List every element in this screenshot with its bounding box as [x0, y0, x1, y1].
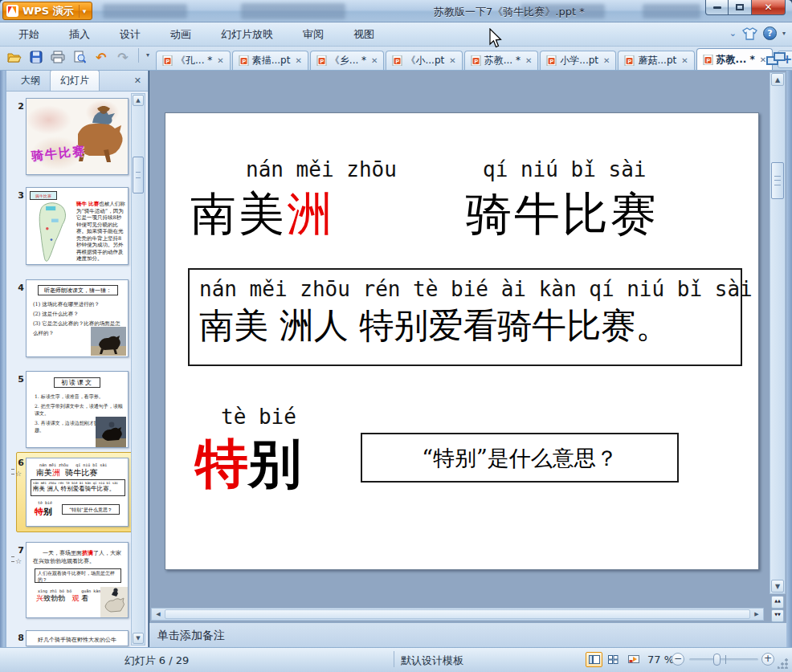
save-button[interactable] [28, 49, 44, 65]
slide-thumbnail-4[interactable]: 听老师朗读课文，猜一猜： (1) 这场比赛在哪里进行的？ (2) 这是什么比赛？… [26, 279, 129, 357]
redo-button[interactable]: ↷ [115, 49, 131, 65]
file-tab[interactable]: P 《孔... * ✕ [156, 51, 231, 70]
ppt-file-icon: P [624, 55, 635, 66]
sentence-pinyin: nán měi zhōu rén tè bié ài kàn qí niú bǐ… [199, 277, 731, 301]
design-template-name[interactable]: 默认设计模板 [401, 654, 463, 668]
tab-slides[interactable]: 幻灯片 [50, 70, 100, 91]
slide5-l2: 2. 把生字带到课文中去，读通句子，读顺课文。 [35, 402, 125, 417]
menu-view[interactable]: 视图 [342, 23, 386, 46]
print-preview-button[interactable] [71, 49, 88, 65]
next-slide-button[interactable]: ▼▼ [771, 609, 784, 622]
svg-text:P: P [320, 59, 324, 64]
toolbar-divider [138, 48, 139, 63]
help-icon[interactable]: ? [763, 26, 777, 40]
normal-view-button[interactable] [586, 652, 602, 667]
file-tab[interactable]: P 小学...pt ✕ [540, 51, 616, 70]
wps-presentation-window: WPS 演示 ▾ 苏教版一下7《骑牛比赛》.ppt * ✕ 开始 插入 设计 动… [0, 0, 792, 672]
slideshow-button[interactable] [625, 652, 642, 667]
menu-insert[interactable]: 插入 [58, 23, 101, 46]
open-file-button[interactable] [6, 49, 22, 65]
minimize-button[interactable] [705, 0, 729, 15]
question-textbox[interactable]: “特别”是什么意思？ [361, 433, 679, 483]
file-tab[interactable]: P 苏教... * ✕ [464, 51, 539, 70]
slide-thumbnail-2[interactable]: 骑牛比赛 [26, 98, 129, 175]
switch-windows-icon[interactable] [766, 52, 786, 67]
mini-word-pinyin: tè bié [38, 500, 52, 505]
close-button[interactable]: ✕ [752, 0, 786, 15]
scroll-left-icon[interactable]: ◀ [153, 609, 164, 619]
scroll-right-icon[interactable]: ▶ [751, 609, 762, 619]
file-tab[interactable]: P 素描...pt ✕ [232, 51, 308, 70]
zoom-out-button[interactable]: − [672, 653, 684, 666]
resize-grip[interactable] [778, 658, 789, 669]
slide-thumbnail-7[interactable]: 一天，赛场里面挤满了人，大家在兴致勃勃地观看比赛。 人们在观看骑牛比赛时，场面是… [26, 542, 129, 618]
ppt-file-icon: P [316, 55, 327, 66]
panel-close-icon[interactable]: ✕ [134, 75, 141, 86]
file-tab-label: 苏教... * [716, 53, 755, 67]
menubar: 开始 插入 设计 动画 幻灯片放映 审阅 视图 ⌄ ? ▾ [0, 22, 792, 47]
zoom-slider-thumb[interactable] [713, 654, 721, 666]
tab-close-icon[interactable]: ✕ [760, 55, 766, 64]
wps-app-button[interactable]: WPS 演示 ▾ [2, 2, 92, 20]
vertical-scroll-thumb[interactable] [771, 162, 784, 199]
slide-thumbnail-3[interactable]: 骑牛比赛 骑牛 比赛也被人们称为“骑牛运动”，因为它是一项只持续8秒钟便可见分晓… [26, 187, 129, 265]
sidebar-scrollbar[interactable]: ▲ ▼ [131, 93, 145, 646]
print-button[interactable] [50, 49, 66, 65]
notes-pane[interactable]: 单击添加备注 [149, 622, 786, 647]
main-horizontal-scrollbar[interactable]: ◀ ▶ [151, 608, 764, 621]
file-tab-strip: P 《孔... * ✕ P 素描...pt ✕ P 《乡... * ✕ P 《小… [156, 47, 792, 70]
file-tab[interactable]: P 蘑菇...pt ✕ [618, 51, 694, 70]
scroll-down-icon[interactable]: ▼ [133, 633, 144, 644]
scroll-up-icon[interactable]: ▲ [133, 95, 144, 106]
maximize-button[interactable] [729, 0, 752, 15]
document-title: 苏教版一下7《骑牛比赛》.ppt * [434, 5, 585, 19]
menu-design[interactable]: 设计 [108, 23, 152, 46]
file-tab-active[interactable]: P 苏教... * ✕ [696, 48, 774, 70]
tab-close-icon[interactable]: ✕ [525, 56, 532, 65]
help-caret-icon[interactable]: ▾ [782, 30, 786, 37]
zoom-in-button[interactable]: + [761, 653, 774, 666]
slide-counter: 幻灯片 6 / 29 [64, 654, 249, 668]
menu-review[interactable]: 审阅 [292, 23, 335, 46]
main-vertical-scrollbar[interactable]: ▲ ▼ ▲▲ ▼▼ [770, 72, 786, 623]
collapse-ribbon-icon[interactable]: ⌄ [729, 28, 737, 39]
quick-access-dropdown-icon[interactable]: ▾ [146, 51, 149, 59]
horizontal-scroll-thumb[interactable] [165, 609, 750, 619]
tab-close-icon[interactable]: ✕ [681, 56, 688, 65]
scroll-down-icon[interactable]: ▼ [771, 580, 784, 593]
slide-canvas[interactable]: nán měi zhōu qí niú bǐ sài 南美洲 骑牛比赛 nán … [165, 112, 759, 570]
tab-outline[interactable]: 大纲 [11, 71, 50, 91]
slide-sorter-view-button[interactable] [605, 652, 622, 667]
tab-close-icon[interactable]: ✕ [449, 56, 455, 65]
double-down-icon: ▼▼ [774, 612, 781, 617]
app-menu-caret-icon[interactable]: ▾ [83, 7, 87, 15]
slide8-text: 好几个骑手骑在野性大发的公牛 [27, 636, 128, 644]
file-tab[interactable]: P 《小...pt ✕ [386, 51, 462, 70]
menu-animation[interactable]: 动画 [159, 23, 202, 46]
file-tab[interactable]: P 《乡... * ✕ [310, 51, 385, 70]
menu-slideshow[interactable]: 幻灯片放映 [210, 23, 284, 46]
sidebar-scroll-thumb[interactable] [133, 157, 144, 193]
svg-text:P: P [242, 59, 246, 64]
previous-slide-button[interactable]: ▲▲ [771, 596, 784, 609]
slide-thumbnail-8[interactable]: 好几个骑手骑在野性大发的公牛 [26, 630, 129, 646]
slide-number: 3 [13, 190, 24, 201]
tab-close-icon[interactable]: ✕ [371, 56, 378, 65]
tab-close-icon[interactable]: ✕ [295, 56, 301, 65]
undo-button[interactable]: ↶ [93, 49, 109, 65]
vertical-scroll-track[interactable] [770, 72, 786, 594]
sentence-textbox[interactable]: nán měi zhōu rén tè bié ài kàn qí niú bǐ… [188, 268, 742, 366]
slide-thumbnail-6-selected[interactable]: nán měi zhōu qí niú bǐ sài 南美洲 骑牛比赛 nán … [26, 458, 129, 527]
file-tab-label: 素描...pt [252, 54, 291, 67]
mini-sentence: 南美 洲人 特别爱看骑牛比赛。 [33, 485, 123, 493]
title-pinyin-right: qí niú bǐ sài [483, 157, 647, 181]
slide3-body: 也被人们称为“骑牛运动”，因为它是一项只持续8秒钟便可见分晓的比赛。如果骑手能在… [76, 201, 125, 262]
scroll-up-icon[interactable]: ▲ [771, 73, 784, 86]
menu-start[interactable]: 开始 [7, 23, 51, 46]
zoom-slider-track[interactable] [689, 658, 758, 661]
skin-shirt-icon[interactable] [742, 27, 757, 40]
zoom-percent: 77 % [647, 654, 674, 666]
tab-close-icon[interactable]: ✕ [603, 56, 610, 65]
slide-thumbnail-5[interactable]: 初读课文 1. 标读生字，读准音，看字形。 2. 把生字带到课文中去，读通句子，… [26, 371, 129, 448]
tab-close-icon[interactable]: ✕ [217, 56, 223, 65]
